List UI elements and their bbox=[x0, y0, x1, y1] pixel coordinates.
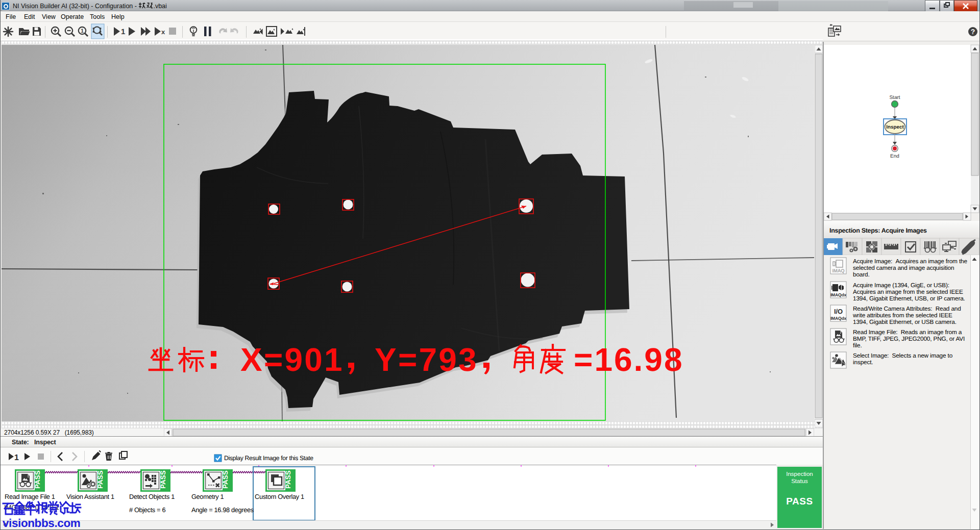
svg-text:PASS: PASS bbox=[34, 470, 41, 489]
svg-text:file.: file. bbox=[853, 342, 862, 349]
svg-text:IMAQdx: IMAQdx bbox=[830, 316, 847, 321]
svg-text:Start: Start bbox=[889, 95, 900, 100]
svg-text:?: ? bbox=[971, 28, 975, 36]
svg-text:visionbbs.com: visionbbs.com bbox=[3, 517, 80, 529]
svg-text:1: 1 bbox=[14, 453, 19, 462]
svg-text:X=901: X=901 bbox=[240, 341, 344, 378]
svg-text:=16.98: =16.98 bbox=[574, 341, 684, 378]
svg-text:Select Image: Selects a new i: Select Image: Selects a new image to bbox=[853, 352, 953, 359]
svg-text:Read/Write Camera Attributes:: Read/Write Camera Attributes: Read and bbox=[853, 305, 961, 312]
svg-text:Display Result Image for this: Display Result Image for this State bbox=[224, 455, 313, 462]
svg-text:Custom Overlay 1: Custom Overlay 1 bbox=[255, 493, 304, 500]
svg-text:Inspect: Inspect bbox=[886, 124, 904, 130]
svg-text:IMAQ: IMAQ bbox=[832, 268, 844, 274]
svg-text:1394, Gigabit Ethernet, or USB: 1394, Gigabit Ethernet, or USB camera. bbox=[853, 318, 957, 325]
svg-text:1: 1 bbox=[121, 28, 125, 36]
svg-text:PASS: PASS bbox=[159, 470, 167, 489]
svg-text:IMAQdx: IMAQdx bbox=[830, 292, 847, 297]
svg-text:1394, Gigabit Ethernet, USB, o: 1394, Gigabit Ethernet, USB, or IP camer… bbox=[853, 295, 965, 302]
svg-text:board.: board. bbox=[853, 271, 870, 278]
svg-text:selected camera and image acqu: selected camera and image acquisition bbox=[853, 264, 954, 271]
svg-text:x: x bbox=[161, 28, 165, 36]
svg-text:1: 1 bbox=[81, 28, 84, 34]
svg-text:inspect.: inspect. bbox=[853, 359, 873, 366]
svg-text:Acquires an image from the sel: Acquires an image from the selected IEEE bbox=[853, 288, 963, 295]
svg-text:Y=793: Y=793 bbox=[375, 341, 478, 378]
svg-text:write attributes from the sele: write attributes from the selected IEEE bbox=[852, 312, 952, 319]
svg-text:PASS: PASS bbox=[284, 470, 292, 489]
svg-text:Read Image File: Reads an ima: Read Image File: Reads an image from a bbox=[853, 329, 962, 336]
svg-text:PASS: PASS bbox=[96, 470, 104, 489]
svg-text:Acquire Image: Acquires an im: Acquire Image: Acquires an image from th… bbox=[853, 258, 967, 265]
svg-text:End: End bbox=[890, 154, 899, 159]
svg-text:Acquire Image (1394, GigE, or: Acquire Image (1394, GigE, or USB): bbox=[853, 282, 949, 289]
svg-text:Inspection Steps: Acquire Imag: Inspection Steps: Acquire Images bbox=[829, 227, 927, 234]
svg-text:BMP, TIFF, JPEG, JPEG2000, PNG: BMP, TIFF, JPEG, JPEG2000, PNG, or AVI bbox=[853, 335, 965, 342]
svg-text:PASS: PASS bbox=[222, 470, 229, 489]
svg-text:I/O: I/O bbox=[834, 308, 843, 315]
